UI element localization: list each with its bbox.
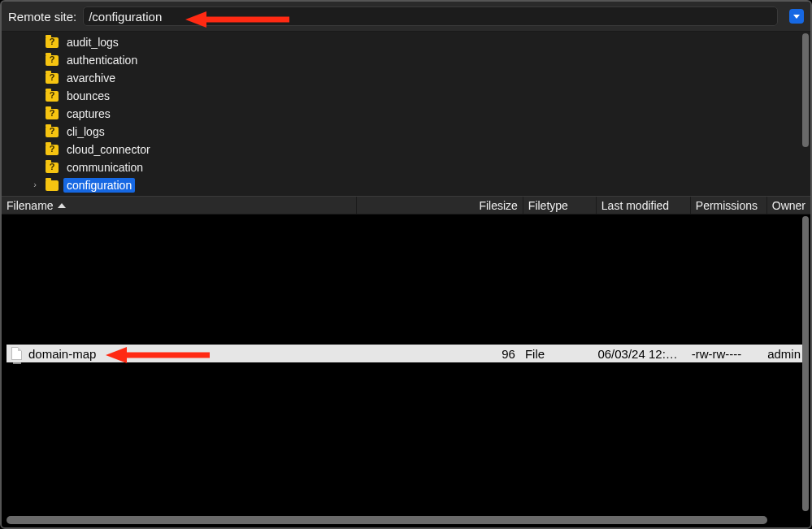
- tree-item-label: bounces: [63, 89, 113, 103]
- file-owner: admin: [762, 347, 805, 361]
- column-header-filesize[interactable]: Filesize: [357, 197, 523, 214]
- filelist-vscrollbar[interactable]: [802, 216, 809, 511]
- tree-item-audit_logs[interactable]: audit_logs: [2, 33, 810, 51]
- tree-item-cli_logs[interactable]: cli_logs: [2, 123, 810, 141]
- column-label: Owner: [772, 199, 805, 212]
- folder-icon: [46, 180, 59, 191]
- tree-item-label: configuration: [63, 178, 135, 193]
- tree-scrollbar[interactable]: [802, 33, 809, 195]
- file-row[interactable]: domain-map 96 File 06/03/24 12:… -rw-rw-…: [7, 345, 805, 362]
- column-label: Filesize: [479, 199, 517, 212]
- column-header-owner[interactable]: Owner: [767, 197, 810, 214]
- window-frame: Remote site: /configuration audit_logsau…: [0, 0, 812, 529]
- tree-item-label: audit_logs: [63, 35, 122, 50]
- folder-unknown-icon: [46, 163, 59, 173]
- remote-site-label: Remote site:: [8, 10, 76, 24]
- folder-unknown-icon: [46, 145, 59, 155]
- expand-icon[interactable]: ›: [29, 180, 41, 189]
- column-label: Last modified: [601, 199, 669, 212]
- file-permissions: -rw-rw----: [687, 347, 762, 361]
- sort-ascending-icon: [58, 203, 66, 208]
- column-label: Filename: [7, 199, 54, 212]
- folder-unknown-icon: [46, 73, 59, 84]
- remote-path-input[interactable]: /configuration: [83, 7, 778, 26]
- tree-item-communication[interactable]: communication: [2, 158, 810, 176]
- file-list-header: Filename Filesize Filetype Last modified…: [2, 197, 810, 215]
- filelist-hscrollbar[interactable]: [7, 516, 799, 524]
- column-header-filetype[interactable]: Filetype: [523, 197, 597, 214]
- path-history-dropdown[interactable]: [789, 9, 804, 24]
- column-header-filename[interactable]: Filename: [2, 197, 357, 214]
- folder-unknown-icon: [46, 109, 59, 119]
- file-type: File: [520, 347, 593, 361]
- folder-unknown-icon: [46, 127, 59, 137]
- remote-site-bar: Remote site: /configuration: [2, 2, 810, 32]
- column-label: Permissions: [696, 199, 758, 212]
- file-name: domain-map: [28, 347, 96, 361]
- remote-tree[interactable]: audit_logsauthenticationavarchivebounces…: [2, 32, 810, 197]
- folder-unknown-icon: [46, 37, 59, 48]
- file-size: 96: [354, 347, 520, 361]
- tree-item-captures[interactable]: captures: [2, 105, 810, 123]
- tree-item-label: captures: [63, 106, 114, 121]
- tree-item-label: cli_logs: [63, 124, 108, 139]
- column-header-modified[interactable]: Last modified: [597, 197, 691, 214]
- tree-item-label: communication: [63, 160, 146, 175]
- chevron-down-icon: [793, 15, 800, 19]
- file-icon: [11, 347, 22, 360]
- tree-item-avarchive[interactable]: avarchive: [2, 69, 810, 87]
- parent-directory-indicator[interactable]: [13, 362, 21, 364]
- tree-item-authentication[interactable]: authentication: [2, 51, 810, 69]
- tree-item-label: authentication: [63, 53, 141, 67]
- column-header-permissions[interactable]: Permissions: [691, 197, 767, 214]
- tree-item-cloud_connector[interactable]: cloud_connector: [2, 141, 810, 158]
- tree-item-bounces[interactable]: bounces: [2, 87, 810, 105]
- tree-scrollbar-thumb[interactable]: [802, 33, 809, 147]
- folder-unknown-icon: [46, 55, 59, 66]
- filelist-vscroll-thumb[interactable]: [802, 216, 809, 511]
- column-label: Filetype: [528, 199, 568, 212]
- folder-unknown-icon: [46, 91, 59, 102]
- tree-item-configuration[interactable]: ›configuration: [2, 176, 810, 194]
- remote-path-text: /configuration: [89, 10, 162, 24]
- tree-item-label: avarchive: [63, 71, 119, 85]
- tree-item-label: cloud_connector: [63, 142, 154, 157]
- file-modified: 06/03/24 12:…: [593, 347, 686, 361]
- filelist-hscroll-thumb[interactable]: [7, 516, 767, 524]
- remote-file-list[interactable]: domain-map 96 File 06/03/24 12:… -rw-rw-…: [2, 215, 810, 527]
